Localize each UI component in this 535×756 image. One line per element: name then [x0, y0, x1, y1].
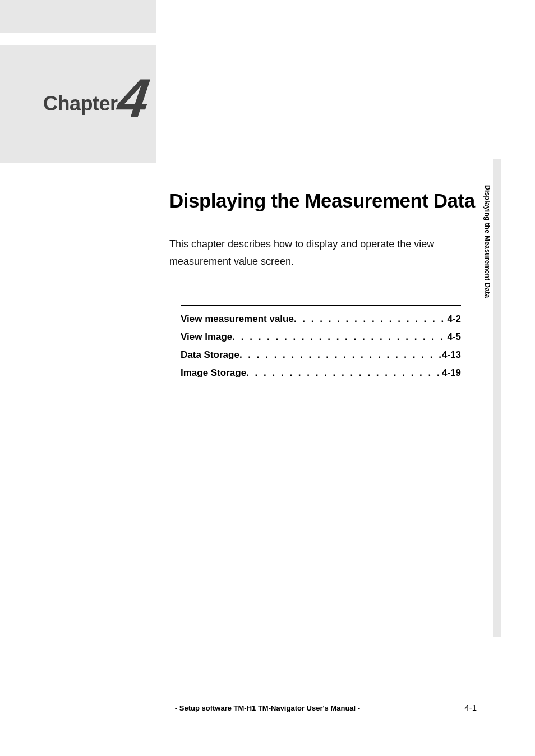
toc-entry-label: Data Storage — [181, 349, 239, 361]
toc-leader-dots: . . . . . . . . . . . . . . . . . . . . … — [232, 331, 447, 343]
side-tab-label: Displaying the Measurement Data — [483, 185, 491, 298]
toc-entry-page: 4-5 — [447, 331, 461, 343]
toc-row: Data Storage . . . . . . . . . . . . . .… — [181, 349, 461, 361]
toc-leader-dots: . . . . . . . . . . . . . . . . . . . . … — [294, 314, 448, 325]
toc-entry-label: View Image — [181, 331, 232, 343]
toc-entry-label: View measurement value — [181, 314, 294, 325]
toc-entry-label: Image Storage — [181, 367, 246, 379]
top-gray-block — [0, 0, 156, 33]
chapter-title: Displaying the Measurement Data — [169, 190, 475, 212]
chapter-heading-block: Chapter 4 — [0, 45, 156, 163]
page: Chapter 4 Displaying the Measurement Dat… — [0, 0, 535, 756]
toc-row: View measurement value . . . . . . . . .… — [181, 314, 461, 325]
toc-entry-page: 4-13 — [442, 349, 461, 361]
toc-entry-page: 4-19 — [442, 367, 461, 379]
toc-row: View Image . . . . . . . . . . . . . . .… — [181, 331, 461, 343]
toc-entry-page: 4-2 — [447, 314, 461, 325]
table-of-contents: View measurement value . . . . . . . . .… — [181, 305, 461, 385]
footer-page-number: 4-1 — [464, 703, 477, 712]
chapter-label: Chapter — [43, 92, 118, 116]
chapter-number: 4 — [115, 71, 153, 126]
chapter-intro: This chapter describes how to display an… — [169, 236, 461, 270]
footer-page-rule — [487, 703, 487, 717]
toc-row: Image Storage . . . . . . . . . . . . . … — [181, 367, 461, 379]
footer-manual-title: - Setup software TM-H1 TM-Navigator User… — [0, 704, 535, 712]
toc-leader-dots: . . . . . . . . . . . . . . . . . . . . … — [246, 367, 442, 379]
side-tab-bar — [493, 159, 501, 637]
toc-leader-dots: . . . . . . . . . . . . . . . . . . . . … — [239, 349, 442, 361]
